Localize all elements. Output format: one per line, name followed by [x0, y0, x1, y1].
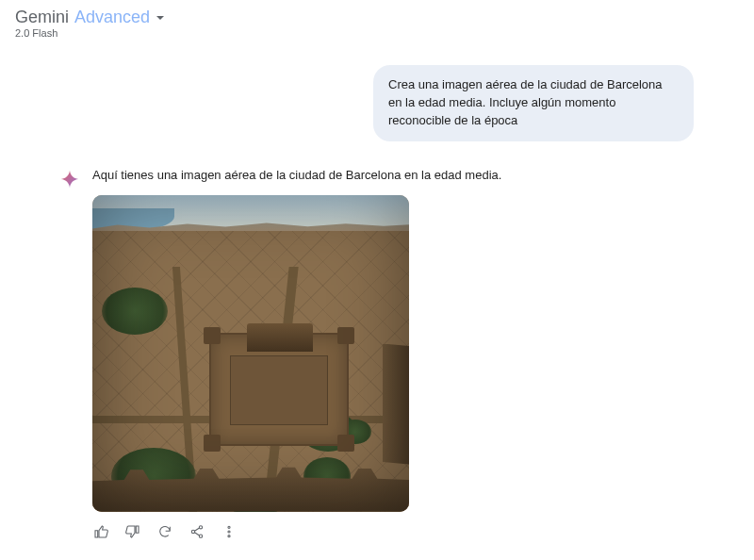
user-message-row: Crea una imagen aérea de la ciudad de Ba…: [60, 65, 694, 141]
chat-area: Crea una imagen aérea de la ciudad de Ba…: [0, 42, 754, 540]
share-icon[interactable]: [188, 523, 205, 540]
svg-point-5: [228, 535, 230, 536]
regenerate-icon[interactable]: [156, 523, 173, 540]
user-message-bubble: Crea una imagen aérea de la ciudad de Ba…: [373, 65, 694, 141]
svg-point-3: [228, 526, 230, 528]
svg-point-0: [199, 525, 202, 528]
assistant-message-row: Aquí tienes una imagen aérea de la ciuda…: [60, 168, 694, 540]
thumbs-down-icon[interactable]: [124, 523, 141, 540]
brand-label: Gemini: [15, 8, 69, 27]
tier-label: Advanced: [74, 8, 150, 27]
more-icon[interactable]: [221, 523, 238, 540]
generated-image[interactable]: [92, 195, 409, 512]
model-label: 2.0 Flash: [15, 27, 57, 39]
assistant-text: Aquí tienes una imagen aérea de la ciuda…: [92, 168, 694, 182]
thumbs-up-icon[interactable]: [92, 523, 109, 540]
message-actions: [92, 523, 694, 540]
chevron-down-icon: [156, 9, 165, 26]
svg-point-2: [199, 535, 202, 537]
header: Gemini Advanced 2.0 Flash: [0, 0, 754, 42]
svg-point-4: [228, 530, 230, 532]
gemini-spark-icon: [60, 170, 79, 189]
assistant-content: Aquí tienes una imagen aérea de la ciuda…: [92, 168, 694, 540]
svg-point-1: [191, 530, 194, 533]
model-selector[interactable]: Gemini Advanced: [15, 8, 165, 27]
